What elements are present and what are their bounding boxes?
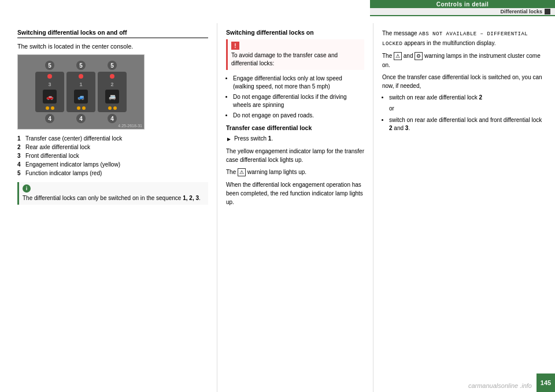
- switch-label-3: 3: [48, 82, 51, 87]
- red-dot-1: [47, 74, 52, 79]
- left-column: Switching differential locks on and off …: [0, 23, 217, 392]
- action-press: ► Press switch 1.: [226, 135, 364, 143]
- warning-icon: !: [231, 42, 239, 50]
- switch-panel: 5 3 🚗 4 5: [18, 55, 144, 129]
- yellow-dot-1b: [51, 106, 54, 110]
- switch-dots-1: [46, 106, 54, 110]
- info-box: i The differential locks can only be swi…: [17, 182, 208, 205]
- switch-indicator-2: 🚙: [74, 90, 88, 103]
- switch-col-3: 5 2 🚐 4: [98, 61, 127, 123]
- warning-box: ! To avoid damage to the transfer case a…: [226, 39, 364, 70]
- desc1: The yellow engagement indicator lamp for…: [226, 147, 364, 164]
- switch-num-4-mid: 4: [76, 114, 86, 123]
- warning-lamp-icon: ⚠: [238, 168, 246, 176]
- switch-body-3: 2 🚐: [98, 72, 127, 112]
- car-icon-2: 🚙: [77, 94, 84, 100]
- yellow-dot-3a: [108, 106, 112, 110]
- bullet-list: Engage differential locks only at low sp…: [226, 75, 364, 120]
- abs-message: The message ABS NOT AVAILABLE – DIFFEREN…: [382, 29, 546, 48]
- bullet-3: Do not engage on paved roads.: [233, 112, 364, 120]
- right-bullet-2: switch on rear axle differential lock an…: [389, 116, 546, 132]
- middle-column: Switching differential locks on ! To avo…: [217, 23, 373, 392]
- yellow-dot-2b: [82, 106, 86, 110]
- switch-label-2: 2: [110, 82, 113, 87]
- right-bullet-1: switch on rear axle differential lock 2: [389, 94, 546, 102]
- left-section-title: Switching differential locks on and off: [17, 29, 208, 38]
- car-icon-1: 🚗: [46, 94, 53, 100]
- right-bullet-list-2: switch on rear axle differential lock an…: [382, 116, 546, 132]
- lamp-message: The ⚠ and ⚙ warning lamps in the instrum…: [382, 51, 546, 69]
- yellow-dot-1a: [46, 106, 49, 110]
- info-icon: i: [23, 184, 31, 193]
- switch-dots-2: [77, 106, 86, 110]
- switch-col-1: 5 3 🚗 4: [35, 61, 64, 123]
- switch-image: 5 3 🚗 4 5: [17, 54, 145, 130]
- switch-indicator-3: 🚐: [105, 90, 119, 103]
- header-top: Controls in detail: [370, 0, 555, 8]
- part-2: 2Rear axle differential lock: [17, 143, 208, 151]
- right-column: The message ABS NOT AVAILABLE – DIFFEREN…: [373, 23, 555, 392]
- switch-col-2: 5 1 🚙 4: [66, 61, 95, 123]
- parts-list: 1Transfer case (center) differential loc…: [17, 134, 208, 177]
- info-box-header: i: [23, 184, 205, 193]
- switch-num-4-right: 4: [108, 114, 117, 123]
- switch-dots-3: [108, 106, 117, 110]
- switch-body-1: 3 🚗: [35, 72, 64, 112]
- header-bottom: Differential locks: [370, 8, 555, 16]
- switch-indicator-1: 🚗: [43, 90, 57, 103]
- switch-num-5-right: 5: [108, 61, 117, 70]
- header-bar: Controls in detail Differential locks: [370, 0, 555, 16]
- red-dot-2: [79, 74, 83, 79]
- part-5: 5Function indicator lamps (red): [17, 169, 208, 177]
- image-label: 4.25-2618-31: [118, 124, 142, 128]
- info-text: The differential locks can only be switc…: [23, 194, 205, 202]
- watermark: carmanualsonline .info: [468, 382, 532, 389]
- mid-section-title: Switching differential locks on: [226, 29, 364, 36]
- switch-num-5-mid: 5: [76, 61, 86, 70]
- desc3: When the differential lock engagement op…: [226, 180, 364, 206]
- warning-text: To avoid damage to the transfer case and…: [231, 51, 361, 68]
- lamp-icon-1: ⚠: [394, 52, 402, 60]
- right-bullet-list: switch on rear axle differential lock 2: [382, 94, 546, 102]
- switch-label-1: 1: [79, 82, 82, 87]
- car-icon-3: 🚐: [109, 94, 116, 100]
- header-square-icon: [545, 9, 550, 14]
- part-4: 4Engagement indicator lamps (yellow): [17, 160, 208, 169]
- header-diff-label: Differential locks: [500, 9, 542, 14]
- yellow-dot-2a: [77, 106, 80, 110]
- bullet-1: Engage differential locks only at low sp…: [233, 75, 364, 91]
- lamp-icon-2: ⚙: [415, 52, 423, 60]
- once-text: Once the transfer case differential lock…: [382, 73, 546, 90]
- intro-text: The switch is located in the center cons…: [17, 43, 208, 50]
- part-3: 3Front differential lock: [17, 151, 208, 160]
- yellow-dot-3b: [113, 106, 117, 110]
- part-1: 1Transfer case (center) differential loc…: [17, 134, 208, 143]
- switch-num-5-left: 5: [45, 61, 54, 70]
- main-content: Switching differential locks on and off …: [0, 23, 555, 392]
- transfer-title: Transfer case differential lock: [226, 124, 364, 131]
- action-arrow: ►: [226, 135, 232, 143]
- red-dot-3: [110, 74, 114, 79]
- desc2: The ⚠ warning lamp lights up.: [226, 168, 364, 177]
- bullet-2: Do not engage differential locks if the …: [233, 93, 364, 109]
- switch-body-2: 1 🚙: [66, 72, 95, 112]
- switch-num-4-left: 4: [45, 114, 54, 123]
- header-controls-label: Controls in detail: [436, 1, 489, 8]
- or-text: or: [382, 104, 546, 113]
